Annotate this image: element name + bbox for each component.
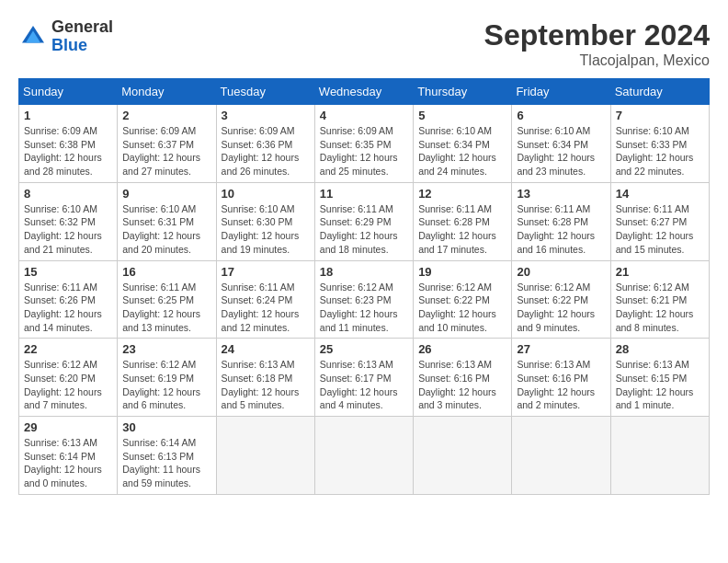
table-row: 13 Sunrise: 6:11 AM Sunset: 6:28 PM Dayl… <box>512 182 610 260</box>
day-info: Sunrise: 6:13 AM Sunset: 6:15 PM Dayligh… <box>616 358 704 412</box>
col-tuesday: Tuesday <box>216 79 314 105</box>
day-info: Sunrise: 6:13 AM Sunset: 6:16 PM Dayligh… <box>517 358 605 412</box>
table-row: 7 Sunrise: 6:10 AM Sunset: 6:33 PM Dayli… <box>610 105 709 183</box>
day-info: Sunrise: 6:13 AM Sunset: 6:16 PM Dayligh… <box>418 358 506 412</box>
day-info: Sunrise: 6:10 AM Sunset: 6:34 PM Dayligh… <box>418 124 506 178</box>
calendar-table: Sunday Monday Tuesday Wednesday Thursday… <box>18 78 710 495</box>
table-row: 20 Sunrise: 6:12 AM Sunset: 6:22 PM Dayl… <box>512 260 610 339</box>
table-row: 4 Sunrise: 6:09 AM Sunset: 6:35 PM Dayli… <box>314 105 413 183</box>
table-row: 22 Sunrise: 6:12 AM Sunset: 6:20 PM Dayl… <box>19 339 118 417</box>
day-info: Sunrise: 6:11 AM Sunset: 6:28 PM Dayligh… <box>418 202 506 257</box>
page-header: General Blue September 2024 Tlacojalpan,… <box>18 18 710 69</box>
day-number: 7 <box>616 109 704 122</box>
day-number: 13 <box>517 187 605 201</box>
day-info: Sunrise: 6:11 AM Sunset: 6:29 PM Dayligh… <box>320 202 408 257</box>
day-number: 15 <box>24 265 112 279</box>
day-info: Sunrise: 6:13 AM Sunset: 6:18 PM Dayligh… <box>222 358 310 412</box>
table-row: 18 Sunrise: 6:12 AM Sunset: 6:23 PM Dayl… <box>314 260 413 339</box>
logo-text: General Blue <box>51 18 113 55</box>
day-info: Sunrise: 6:10 AM Sunset: 6:34 PM Dayligh… <box>517 124 605 178</box>
day-number: 6 <box>517 109 605 122</box>
day-number: 2 <box>122 109 210 122</box>
day-info: Sunrise: 6:10 AM Sunset: 6:32 PM Dayligh… <box>24 202 112 257</box>
day-info: Sunrise: 6:12 AM Sunset: 6:22 PM Dayligh… <box>517 281 605 335</box>
day-number: 25 <box>320 342 408 356</box>
table-row <box>414 417 512 495</box>
table-row: 12 Sunrise: 6:11 AM Sunset: 6:28 PM Dayl… <box>414 182 512 260</box>
table-row <box>216 417 314 495</box>
day-number: 21 <box>616 265 704 279</box>
day-info: Sunrise: 6:11 AM Sunset: 6:27 PM Dayligh… <box>616 202 704 257</box>
day-number: 23 <box>122 342 210 356</box>
day-info: Sunrise: 6:12 AM Sunset: 6:20 PM Dayligh… <box>24 358 112 412</box>
month-title: September 2024 <box>484 18 710 52</box>
table-row <box>512 417 610 495</box>
day-info: Sunrise: 6:13 AM Sunset: 6:17 PM Dayligh… <box>320 358 408 412</box>
day-number: 12 <box>418 187 506 201</box>
calendar-header-row: Sunday Monday Tuesday Wednesday Thursday… <box>19 79 710 105</box>
table-row: 10 Sunrise: 6:10 AM Sunset: 6:30 PM Dayl… <box>216 182 314 260</box>
day-number: 14 <box>616 187 704 201</box>
calendar-week-row: 15 Sunrise: 6:11 AM Sunset: 6:26 PM Dayl… <box>19 260 710 339</box>
table-row: 19 Sunrise: 6:12 AM Sunset: 6:22 PM Dayl… <box>414 260 512 339</box>
day-info: Sunrise: 6:09 AM Sunset: 6:37 PM Dayligh… <box>122 124 210 178</box>
table-row: 5 Sunrise: 6:10 AM Sunset: 6:34 PM Dayli… <box>414 105 512 183</box>
table-row: 1 Sunrise: 6:09 AM Sunset: 6:38 PM Dayli… <box>19 105 118 183</box>
col-friday: Friday <box>512 79 610 105</box>
table-row: 27 Sunrise: 6:13 AM Sunset: 6:16 PM Dayl… <box>512 339 610 417</box>
table-row: 3 Sunrise: 6:09 AM Sunset: 6:36 PM Dayli… <box>216 105 314 183</box>
col-monday: Monday <box>118 79 216 105</box>
day-info: Sunrise: 6:13 AM Sunset: 6:14 PM Dayligh… <box>24 436 112 490</box>
table-row: 6 Sunrise: 6:10 AM Sunset: 6:34 PM Dayli… <box>512 105 610 183</box>
day-number: 22 <box>24 342 112 356</box>
table-row: 9 Sunrise: 6:10 AM Sunset: 6:31 PM Dayli… <box>118 182 216 260</box>
day-number: 16 <box>122 265 210 279</box>
table-row: 11 Sunrise: 6:11 AM Sunset: 6:29 PM Dayl… <box>314 182 413 260</box>
calendar-week-row: 1 Sunrise: 6:09 AM Sunset: 6:38 PM Dayli… <box>19 105 710 183</box>
day-number: 20 <box>517 265 605 279</box>
day-number: 17 <box>222 265 310 279</box>
day-info: Sunrise: 6:11 AM Sunset: 6:24 PM Dayligh… <box>222 281 310 335</box>
col-thursday: Thursday <box>414 79 512 105</box>
day-number: 19 <box>418 265 506 279</box>
table-row: 17 Sunrise: 6:11 AM Sunset: 6:24 PM Dayl… <box>216 260 314 339</box>
day-info: Sunrise: 6:12 AM Sunset: 6:19 PM Dayligh… <box>122 358 210 412</box>
day-number: 5 <box>418 109 506 122</box>
logo-general: General <box>51 18 113 37</box>
table-row <box>610 417 709 495</box>
day-number: 27 <box>517 342 605 356</box>
calendar-week-row: 29 Sunrise: 6:13 AM Sunset: 6:14 PM Dayl… <box>19 417 710 495</box>
table-row: 30 Sunrise: 6:14 AM Sunset: 6:13 PM Dayl… <box>118 417 216 495</box>
col-wednesday: Wednesday <box>314 79 413 105</box>
day-number: 3 <box>222 109 310 122</box>
table-row: 21 Sunrise: 6:12 AM Sunset: 6:21 PM Dayl… <box>610 260 709 339</box>
day-number: 18 <box>320 265 408 279</box>
day-number: 26 <box>418 342 506 356</box>
table-row: 2 Sunrise: 6:09 AM Sunset: 6:37 PM Dayli… <box>118 105 216 183</box>
col-sunday: Sunday <box>19 79 118 105</box>
table-row: 8 Sunrise: 6:10 AM Sunset: 6:32 PM Dayli… <box>19 182 118 260</box>
day-number: 29 <box>24 420 112 434</box>
table-row: 26 Sunrise: 6:13 AM Sunset: 6:16 PM Dayl… <box>414 339 512 417</box>
day-info: Sunrise: 6:09 AM Sunset: 6:38 PM Dayligh… <box>24 124 112 178</box>
day-info: Sunrise: 6:10 AM Sunset: 6:30 PM Dayligh… <box>222 202 310 257</box>
day-number: 30 <box>122 420 210 434</box>
day-info: Sunrise: 6:11 AM Sunset: 6:28 PM Dayligh… <box>517 202 605 257</box>
day-number: 8 <box>24 187 112 201</box>
day-info: Sunrise: 6:10 AM Sunset: 6:33 PM Dayligh… <box>616 124 704 178</box>
col-saturday: Saturday <box>610 79 709 105</box>
day-info: Sunrise: 6:12 AM Sunset: 6:22 PM Dayligh… <box>418 281 506 335</box>
day-number: 24 <box>222 342 310 356</box>
table-row: 14 Sunrise: 6:11 AM Sunset: 6:27 PM Dayl… <box>610 182 709 260</box>
day-info: Sunrise: 6:09 AM Sunset: 6:36 PM Dayligh… <box>222 124 310 178</box>
table-row: 15 Sunrise: 6:11 AM Sunset: 6:26 PM Dayl… <box>19 260 118 339</box>
title-block: September 2024 Tlacojalpan, Mexico <box>484 18 710 69</box>
day-info: Sunrise: 6:09 AM Sunset: 6:35 PM Dayligh… <box>320 124 408 178</box>
logo-blue: Blue <box>51 37 113 55</box>
table-row: 29 Sunrise: 6:13 AM Sunset: 6:14 PM Dayl… <box>19 417 118 495</box>
day-info: Sunrise: 6:14 AM Sunset: 6:13 PM Dayligh… <box>122 436 210 490</box>
table-row: 24 Sunrise: 6:13 AM Sunset: 6:18 PM Dayl… <box>216 339 314 417</box>
day-info: Sunrise: 6:11 AM Sunset: 6:26 PM Dayligh… <box>24 281 112 335</box>
table-row: 28 Sunrise: 6:13 AM Sunset: 6:15 PM Dayl… <box>610 339 709 417</box>
day-info: Sunrise: 6:12 AM Sunset: 6:21 PM Dayligh… <box>616 281 704 335</box>
